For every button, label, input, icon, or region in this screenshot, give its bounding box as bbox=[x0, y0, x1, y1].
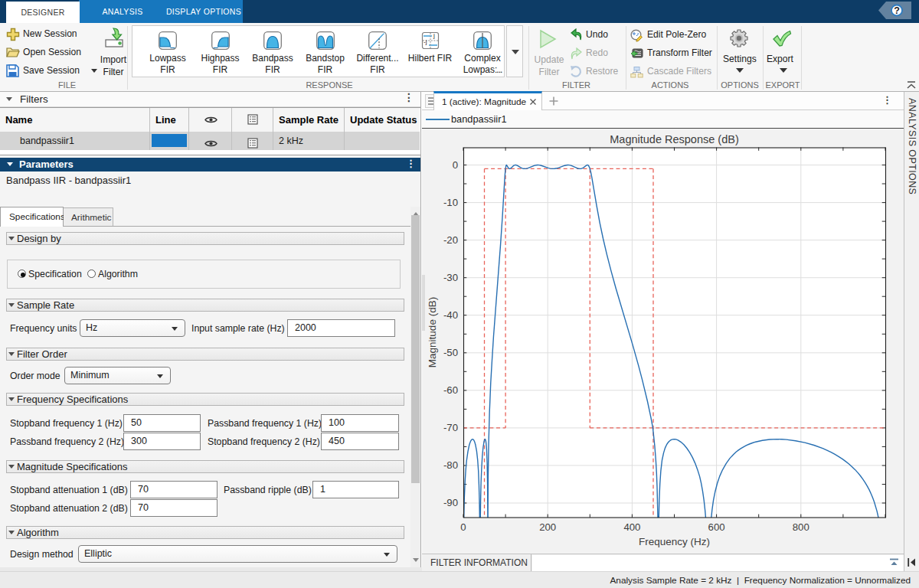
svg-text:0: 0 bbox=[453, 158, 458, 170]
svg-text:-70: -70 bbox=[443, 421, 458, 433]
svg-text:400: 400 bbox=[623, 521, 640, 533]
svg-text:Magnitude (dB): Magnitude (dB) bbox=[427, 296, 438, 367]
svg-text:-80: -80 bbox=[443, 459, 458, 470]
svg-text:-30: -30 bbox=[443, 271, 458, 283]
svg-text:Magnitude Response (dB): Magnitude Response (dB) bbox=[610, 133, 738, 145]
svg-text:-90: -90 bbox=[443, 497, 458, 508]
svg-text:-10: -10 bbox=[443, 196, 458, 207]
svg-text:200: 200 bbox=[539, 521, 556, 533]
svg-text:800: 800 bbox=[793, 521, 809, 533]
svg-text:600: 600 bbox=[708, 521, 725, 533]
svg-text:0: 0 bbox=[460, 521, 466, 533]
svg-text:-40: -40 bbox=[443, 309, 458, 320]
svg-text:-20: -20 bbox=[443, 234, 458, 245]
svg-text:j: j bbox=[433, 32, 435, 39]
svg-text:-60: -60 bbox=[443, 384, 458, 395]
svg-text:-j: -j bbox=[424, 38, 427, 45]
svg-text:Frequency (Hz): Frequency (Hz) bbox=[639, 536, 710, 547]
svg-text:?: ? bbox=[894, 5, 900, 16]
svg-text:-50: -50 bbox=[443, 346, 458, 358]
